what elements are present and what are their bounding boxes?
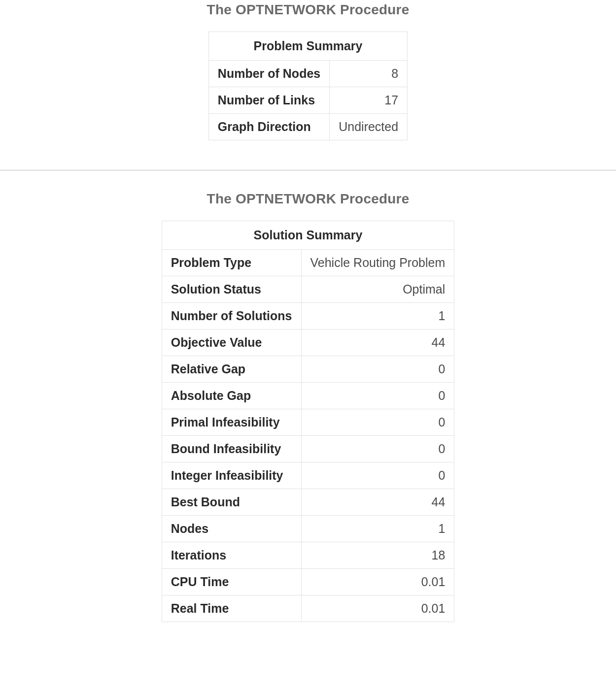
table-row: Iterations 18 [162, 542, 454, 569]
row-value: 0 [301, 409, 454, 436]
row-label: Nodes [162, 516, 301, 542]
table-row: Objective Value 44 [162, 330, 454, 356]
row-label: Integer Infeasibility [162, 462, 301, 489]
row-value: 18 [301, 542, 454, 569]
row-value: 0 [301, 383, 454, 409]
row-label: Relative Gap [162, 356, 301, 383]
row-label: Primal Infeasibility [162, 409, 301, 436]
table-caption: Solution Summary [162, 221, 454, 250]
table-row: Primal Infeasibility 0 [162, 409, 454, 436]
table-row: Integer Infeasibility 0 [162, 462, 454, 489]
row-label: Solution Status [162, 276, 301, 303]
table-row: Relative Gap 0 [162, 356, 454, 383]
table-row: Number of Links 17 [208, 87, 407, 114]
row-label: Bound Infeasibility [162, 436, 301, 462]
section-title: The OPTNETWORK Procedure [0, 2, 616, 18]
row-label: Number of Nodes [208, 61, 329, 87]
row-value: Undirected [330, 114, 408, 140]
table-row: Problem Type Vehicle Routing Problem [162, 250, 454, 276]
table-row: Nodes 1 [162, 516, 454, 542]
row-label: Graph Direction [208, 114, 329, 140]
row-value: 44 [301, 330, 454, 356]
problem-summary-table: Problem Summary Number of Nodes 8 Number… [208, 32, 408, 140]
row-label: Problem Type [162, 250, 301, 276]
section-divider [0, 170, 616, 170]
row-value: 1 [301, 516, 454, 542]
row-value: 44 [301, 489, 454, 516]
row-label: Iterations [162, 542, 301, 569]
row-label: Objective Value [162, 330, 301, 356]
row-label: Number of Links [208, 87, 329, 114]
table-row: Graph Direction Undirected [208, 114, 407, 140]
row-value: 1 [301, 303, 454, 330]
row-value: 0 [301, 462, 454, 489]
section-title: The OPTNETWORK Procedure [0, 191, 616, 207]
row-value: 17 [330, 87, 408, 114]
table-row: Best Bound 44 [162, 489, 454, 516]
row-label: Best Bound [162, 489, 301, 516]
table-row: Absolute Gap 0 [162, 383, 454, 409]
table-row: Real Time 0.01 [162, 595, 454, 622]
row-value: 0 [301, 356, 454, 383]
solution-summary-section: The OPTNETWORK Procedure Solution Summar… [0, 191, 616, 634]
table-caption: Problem Summary [208, 32, 407, 61]
row-label: Real Time [162, 595, 301, 622]
table-row: Number of Solutions 1 [162, 303, 454, 330]
table-row: CPU Time 0.01 [162, 569, 454, 595]
row-label: CPU Time [162, 569, 301, 595]
row-value: 0.01 [301, 595, 454, 622]
row-label: Absolute Gap [162, 383, 301, 409]
table-row: Number of Nodes 8 [208, 61, 407, 87]
problem-summary-section: The OPTNETWORK Procedure Problem Summary… [0, 0, 616, 142]
row-value: 8 [330, 61, 408, 87]
table-row: Solution Status Optimal [162, 276, 454, 303]
row-value: 0.01 [301, 569, 454, 595]
solution-summary-table: Solution Summary Problem Type Vehicle Ro… [162, 221, 455, 622]
row-value: Optimal [301, 276, 454, 303]
row-value: 0 [301, 436, 454, 462]
table-row: Bound Infeasibility 0 [162, 436, 454, 462]
row-label: Number of Solutions [162, 303, 301, 330]
row-value: Vehicle Routing Problem [301, 250, 454, 276]
